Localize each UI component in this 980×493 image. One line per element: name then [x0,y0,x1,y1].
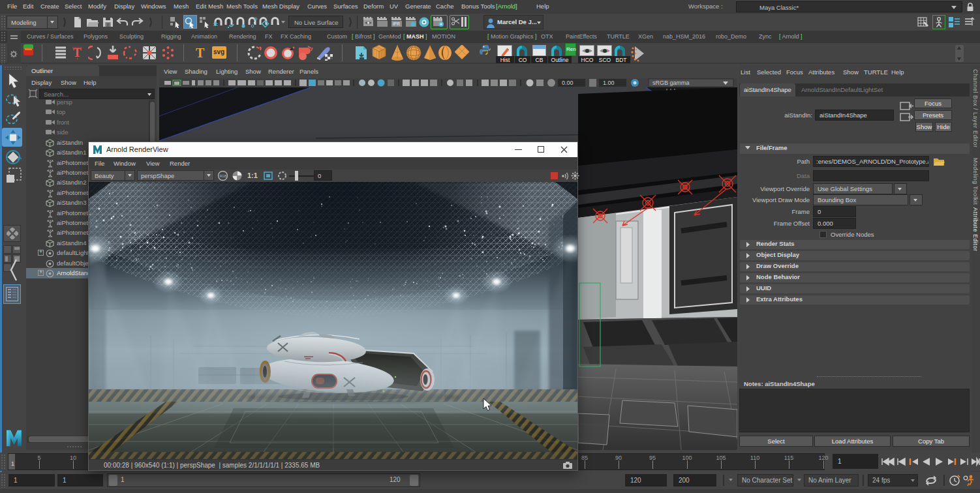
svg-text:0.00: 0.00 [562,80,574,86]
svg-text:1.00: 1.00 [603,80,615,86]
svg-text:sRGB gamma: sRGB gamma [652,80,690,86]
svg-text:T: T [196,46,205,60]
svg-text:RGB: RGB [220,174,228,178]
svg-text:IPR: IPR [393,22,400,26]
